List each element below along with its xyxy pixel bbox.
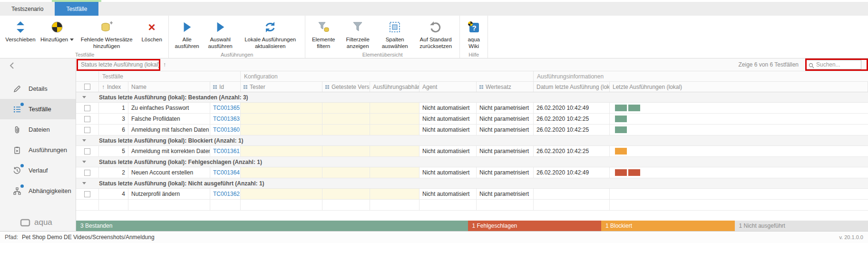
grid-rows: Status letzte Ausführung (lokal): Bestan… bbox=[76, 92, 868, 221]
testcase-id-link[interactable]: TC001365 bbox=[213, 105, 240, 111]
empty-cell bbox=[241, 200, 322, 210]
cell-ausfuehrungsabhaengigkeiten[interactable] bbox=[370, 146, 419, 156]
sidebar-collapse-button[interactable] bbox=[0, 58, 76, 73]
cell-getestete-version[interactable] bbox=[322, 167, 370, 178]
row-checkbox[interactable] bbox=[84, 191, 90, 197]
column-header-datum-letzte-ausfuehrung[interactable]: Datum letzte Ausführung (lokal) bbox=[534, 82, 610, 92]
edit-icon bbox=[12, 84, 22, 94]
path-value: Pet Shop Demo DE Videos/Screenshots/Anme… bbox=[22, 234, 155, 241]
sidebar-item-verlauf[interactable]: Verlauf bbox=[0, 160, 76, 181]
row-checkbox[interactable] bbox=[84, 116, 90, 122]
select-all-checkbox[interactable] bbox=[84, 84, 90, 90]
cell-ausfuehrungsabhaengigkeiten[interactable] bbox=[370, 189, 419, 199]
column-header-getestete-version[interactable]: Getestete Version bbox=[322, 82, 370, 92]
collapse-triangle-icon[interactable] bbox=[76, 161, 99, 163]
cell-ausfuehrungsabhaengigkeiten[interactable] bbox=[370, 103, 419, 113]
lokale-ausfuehrungen-aktualisieren-button[interactable]: Lokale Ausführungen aktualisieren bbox=[238, 18, 302, 50]
collapse-triangle-icon[interactable] bbox=[76, 139, 99, 142]
record-count-text: Zeige 6 von 6 Testfällen bbox=[738, 61, 799, 68]
sidebar-item-details[interactable]: Details bbox=[0, 78, 76, 99]
table-row[interactable]: 5 Anmeldung mit korrekten Daten TC001361… bbox=[76, 146, 868, 157]
cell-tester[interactable] bbox=[241, 146, 322, 156]
row-checkbox[interactable] bbox=[84, 170, 90, 176]
cell-tester[interactable] bbox=[241, 189, 322, 199]
alle-ausfuehren-button[interactable]: Alle ausführen bbox=[172, 18, 202, 50]
column-header-agent[interactable]: Agent bbox=[419, 82, 477, 92]
sidebar-item-ausfuehrungen[interactable]: Ausführungen bbox=[0, 140, 76, 160]
cell-ausfuehrungsabhaengigkeiten[interactable] bbox=[370, 114, 419, 124]
tab-testfaelle[interactable]: Testfälle bbox=[55, 2, 98, 16]
group-row-blockiert[interactable]: Status letzte Ausführung (lokal): Blocki… bbox=[76, 135, 868, 146]
spalten-auswaehlen-button[interactable]: Spalten auswählen bbox=[377, 18, 413, 50]
testcase-id-link[interactable]: TC001364 bbox=[213, 169, 240, 176]
hinzufuegen-button[interactable]: Hinzufügen bbox=[39, 18, 75, 44]
collapse-triangle-icon[interactable] bbox=[76, 182, 99, 184]
cell-getestete-version[interactable] bbox=[322, 114, 370, 124]
testcase-id-link[interactable]: TC001362 bbox=[213, 191, 240, 197]
group-row-bestanden[interactable]: Status letzte Ausführung (lokal): Bestan… bbox=[76, 92, 868, 103]
column-header-name[interactable]: Name bbox=[128, 82, 210, 92]
cell-ausfuehrungsabhaengigkeiten[interactable] bbox=[370, 125, 419, 135]
cell-getestete-version[interactable] bbox=[322, 125, 370, 135]
row-checkbox[interactable] bbox=[84, 127, 90, 133]
column-header-wertesatz[interactable]: Wertesatz bbox=[477, 82, 534, 92]
fehlende-wertesaetze-button[interactable]: Fehlende Wertesätze hinzufügen bbox=[77, 18, 136, 50]
add-icon bbox=[51, 19, 63, 35]
group-label: Status letzte Ausführung (lokal): Fehlge… bbox=[99, 159, 262, 165]
column-header-id[interactable]: Id bbox=[210, 82, 241, 92]
band-konfiguration[interactable]: Konfiguration bbox=[241, 71, 534, 81]
auswahl-ausfuehren-button[interactable]: Auswahl ausführen bbox=[204, 18, 236, 50]
sidebar-item-dateien[interactable]: Dateien bbox=[0, 119, 76, 140]
cell-name: Falsche Profildaten bbox=[128, 114, 210, 124]
move-icon bbox=[14, 19, 27, 35]
cell-tester[interactable] bbox=[241, 125, 322, 135]
empty-cell bbox=[477, 200, 534, 210]
testcase-id-link[interactable]: TC001363 bbox=[213, 116, 240, 122]
column-label: Tester bbox=[250, 84, 265, 90]
filterzeile-anzeigen-button[interactable]: Filterzeile anzeigen bbox=[341, 18, 375, 50]
aqua-wiki-button[interactable]: ? aqua Wiki bbox=[463, 18, 485, 50]
testcase-id-link[interactable]: TC001361 bbox=[213, 148, 240, 154]
cell-tester[interactable] bbox=[241, 167, 322, 178]
sidebar-item-abhaengigkeiten[interactable]: Abhängigkeiten bbox=[0, 181, 76, 201]
column-header-ausfuehrungsabhaengigkeiten[interactable]: Ausführungsabhäng bbox=[370, 82, 419, 92]
cell-ausfuehrungsabhaengigkeiten[interactable] bbox=[370, 167, 419, 178]
band-testfaelle[interactable]: Testfälle bbox=[99, 71, 241, 81]
testcase-id-link[interactable]: TC001360 bbox=[213, 126, 240, 133]
search-input[interactable] bbox=[806, 60, 861, 69]
cell-id: TC001360 bbox=[210, 125, 241, 135]
sidebar-item-testfaelle[interactable]: Testfälle bbox=[0, 99, 76, 119]
group-row-fehlgeschlagen[interactable]: Status letzte Ausführung (lokal): Fehlge… bbox=[76, 157, 868, 167]
execution-result-bar bbox=[615, 116, 627, 122]
band-ausfuehrungsinformationen[interactable]: Ausführungsinformationen bbox=[534, 71, 868, 81]
table-row[interactable]: 2 Neuen Account erstellen TC001364 Nicht… bbox=[76, 167, 868, 178]
row-checkbox[interactable] bbox=[84, 148, 90, 154]
group-by-header[interactable]: Status letzte Ausführung (lokal) ↑ bbox=[81, 61, 166, 68]
table-row[interactable]: 1 Zu einfaches Passwort TC001365 Nicht a… bbox=[76, 103, 868, 114]
cell-getestete-version[interactable] bbox=[322, 103, 370, 113]
row-checkbox[interactable] bbox=[84, 105, 90, 111]
status-bar: Pfad: Pet Shop Demo DE Videos/Screenshot… bbox=[0, 231, 868, 243]
cell-getestete-version[interactable] bbox=[322, 146, 370, 156]
cell-getestete-version[interactable] bbox=[322, 189, 370, 199]
row-select-cell bbox=[76, 146, 99, 156]
collapse-triangle-icon[interactable] bbox=[76, 96, 99, 98]
row-select-cell bbox=[76, 167, 99, 178]
cell-tester[interactable] bbox=[241, 114, 322, 124]
table-row[interactable]: 3 Falsche Profildaten TC001363 Nicht aut… bbox=[76, 114, 868, 125]
group-row-nicht-ausgefuehrt[interactable]: Status letzte Ausführung (lokal): Nicht … bbox=[76, 178, 868, 189]
elemente-filtern-button[interactable]: Elemente filtern bbox=[308, 18, 339, 50]
cell-tester[interactable] bbox=[241, 103, 322, 113]
column-header-letzte-ausfuehrungen[interactable]: Letzte Ausführungen (lokal) bbox=[610, 82, 868, 92]
column-header-tester[interactable]: Tester bbox=[241, 82, 322, 92]
verschieben-button[interactable]: Verschieben bbox=[4, 18, 37, 44]
column-header-index[interactable]: ↑Index bbox=[99, 82, 128, 92]
cell-agent: Nicht automatisiert bbox=[419, 103, 477, 113]
tab-testszenario[interactable]: Testszenario bbox=[0, 2, 55, 16]
loeschen-button[interactable]: × Löschen bbox=[138, 18, 166, 44]
auf-standard-zuruecksetzen-button[interactable]: Auf Standard zurücksetzen bbox=[415, 18, 457, 50]
table-row[interactable]: 4 Nutzerprofil ändern TC001362 Nicht aut… bbox=[76, 189, 868, 200]
column-header-row: ↑Index Name Id Tester Getestete Version … bbox=[76, 82, 868, 92]
ribbon-group-testfaelle: Verschieben Hinzufügen bbox=[1, 16, 169, 58]
table-row[interactable]: 6 Anmeldung mit falschen Daten TC001360 … bbox=[76, 125, 868, 135]
